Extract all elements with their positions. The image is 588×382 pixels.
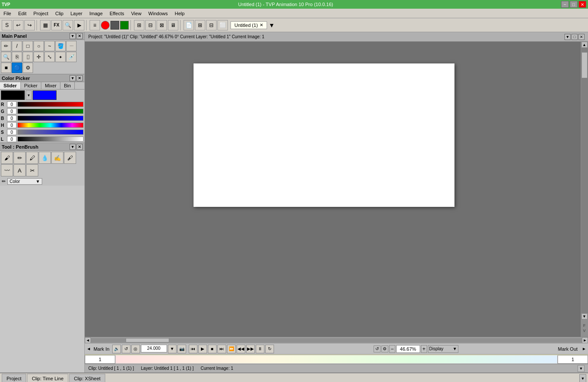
tool-color-swatch[interactable]: 🔵: [12, 63, 22, 73]
canvas-wrapper[interactable]: [85, 42, 580, 337]
canvas-scroll-track[interactable]: [91, 338, 582, 342]
color-mode-select[interactable]: Color ▼: [7, 178, 42, 185]
color-picker-close[interactable]: ✕: [77, 75, 83, 81]
pb-brush1[interactable]: 🖌: [1, 152, 13, 164]
menu-help[interactable]: Help: [171, 10, 188, 17]
tool-square[interactable]: ■: [1, 63, 11, 73]
tool-wand[interactable]: ✦: [55, 52, 66, 62]
tb-layers[interactable]: ≡: [90, 20, 100, 30]
pb-next-frame[interactable]: ▶▶: [246, 345, 255, 353]
pb-to-start[interactable]: ⏭: [217, 345, 226, 353]
menu-clip[interactable]: Clip: [52, 10, 67, 17]
tool-zoom2[interactable]: 🔍: [1, 52, 11, 62]
tab-project[interactable]: Project: [2, 374, 26, 382]
tb-file[interactable]: 📄: [184, 20, 194, 30]
tab-timeline[interactable]: Clip: Time Line: [27, 374, 68, 382]
main-panel-collapse[interactable]: ▼: [70, 33, 76, 39]
zoom-minus-btn[interactable]: −: [389, 345, 395, 353]
scroll-down-btn[interactable]: ▼: [581, 313, 588, 319]
canvas-collapse[interactable]: ▼: [565, 34, 571, 40]
menu-view[interactable]: View: [127, 10, 145, 17]
pb-brush4[interactable]: 💧: [39, 152, 51, 164]
menu-layer[interactable]: Layer: [67, 10, 86, 17]
tb-grid1[interactable]: ⊞: [134, 20, 144, 30]
close-button[interactable]: ✕: [578, 1, 586, 8]
l-value[interactable]: 0: [7, 136, 17, 142]
scroll-thumb[interactable]: [581, 52, 588, 78]
color-tab-mixer[interactable]: Mixer: [41, 82, 60, 89]
tb-grid4[interactable]: ⊞: [195, 20, 205, 30]
pb-loop[interactable]: ↺: [122, 345, 130, 353]
scroll-track[interactable]: [581, 48, 588, 313]
r-value[interactable]: 0: [7, 101, 17, 107]
pb-loop2[interactable]: ↻: [265, 345, 274, 353]
menu-image[interactable]: Image: [86, 10, 106, 17]
pb-brush5[interactable]: ✍: [51, 152, 63, 164]
tab-close-btn[interactable]: ✕: [260, 23, 263, 27]
bottom-tabs-arrow[interactable]: ▼: [579, 374, 586, 382]
fps-selector[interactable]: 24.000: [141, 345, 167, 352]
zoom-gear-btn[interactable]: ⚙: [381, 345, 388, 352]
tb-zoom[interactable]: 🔍: [63, 20, 73, 30]
s-slider[interactable]: [17, 130, 84, 135]
color-picker-collapse[interactable]: ▼: [70, 75, 76, 81]
pb-brush9[interactable]: ✂: [26, 164, 38, 176]
tab-add-btn[interactable]: ▼: [267, 22, 277, 29]
color-dropdown-btn[interactable]: ▼: [26, 90, 32, 100]
tool-eyedrop[interactable]: 💉: [66, 52, 77, 62]
g-slider[interactable]: [17, 109, 84, 114]
b-slider[interactable]: [17, 116, 84, 121]
tb-grid5[interactable]: ⊟: [206, 20, 217, 30]
tb-color-green[interactable]: [120, 21, 129, 30]
pb-brush2[interactable]: ✏: [13, 152, 26, 164]
tb-play[interactable]: ▶: [74, 20, 84, 30]
pb-prev-frame[interactable]: ◀◀: [237, 345, 245, 353]
tb-fx[interactable]: FX: [51, 20, 62, 30]
tb-grid3[interactable]: ⊠: [157, 20, 167, 30]
s-value[interactable]: 0: [7, 129, 17, 135]
main-color-swatch[interactable]: [1, 90, 25, 100]
tool-dotted-rect[interactable]: ⋯: [66, 41, 77, 51]
tb-screen[interactable]: ⬜: [217, 20, 228, 30]
menu-windows[interactable]: Windows: [145, 10, 171, 17]
minimize-button[interactable]: −: [561, 1, 569, 8]
tb-color-red[interactable]: [101, 21, 110, 30]
r-slider[interactable]: [17, 102, 84, 107]
tb-grid2[interactable]: ⊟: [145, 20, 156, 30]
tb-btn-undo[interactable]: ↩: [13, 20, 23, 30]
tb-monitor[interactable]: 🖥: [168, 20, 178, 30]
tool-circle[interactable]: ○: [33, 41, 44, 51]
h-value[interactable]: 0: [7, 122, 17, 128]
pb-camera[interactable]: 📷: [177, 345, 186, 353]
tool-options[interactable]: ⚙: [23, 63, 33, 73]
tb-color-dark[interactable]: [110, 21, 119, 30]
tool-pen[interactable]: ✏: [1, 41, 11, 51]
canvas-close[interactable]: ✕: [578, 34, 585, 40]
h-slider[interactable]: [17, 123, 84, 128]
pb-to-end[interactable]: ⏩: [227, 345, 236, 353]
menu-effects[interactable]: Effects: [106, 10, 127, 17]
canvas-scroll-thumb[interactable]: [126, 338, 169, 342]
frame-input[interactable]: [85, 355, 115, 364]
pb-volume[interactable]: 🔈: [112, 345, 121, 353]
color-tab-picker[interactable]: Picker: [21, 82, 42, 89]
tool-rect[interactable]: □: [23, 41, 33, 51]
zoom-plus-btn[interactable]: +: [421, 345, 427, 353]
menu-project[interactable]: Project: [30, 10, 52, 17]
penbrush-collapse[interactable]: ▼: [70, 144, 76, 150]
pb-rewind-start[interactable]: ⏮: [189, 345, 197, 353]
g-value[interactable]: 0: [7, 108, 17, 114]
canvas-scroll-right[interactable]: ►: [582, 337, 588, 343]
canvas-scroll-left[interactable]: ◄: [85, 337, 91, 343]
display-select[interactable]: Display ▼: [428, 345, 458, 353]
pb-brush6[interactable]: 🖋: [64, 152, 76, 164]
maximize-button[interactable]: □: [570, 1, 578, 8]
menu-edit[interactable]: Edit: [15, 10, 30, 17]
color-tab-bin[interactable]: Bin: [60, 82, 75, 89]
l-slider[interactable]: [17, 136, 84, 142]
tool-curve[interactable]: ~: [44, 41, 55, 51]
tb-btn-select[interactable]: ▦: [40, 20, 50, 30]
main-panel-close[interactable]: ✕: [77, 33, 83, 39]
status-bar-options[interactable]: ▼: [578, 365, 585, 372]
zoom-reset-btn[interactable]: ↺: [374, 345, 381, 352]
